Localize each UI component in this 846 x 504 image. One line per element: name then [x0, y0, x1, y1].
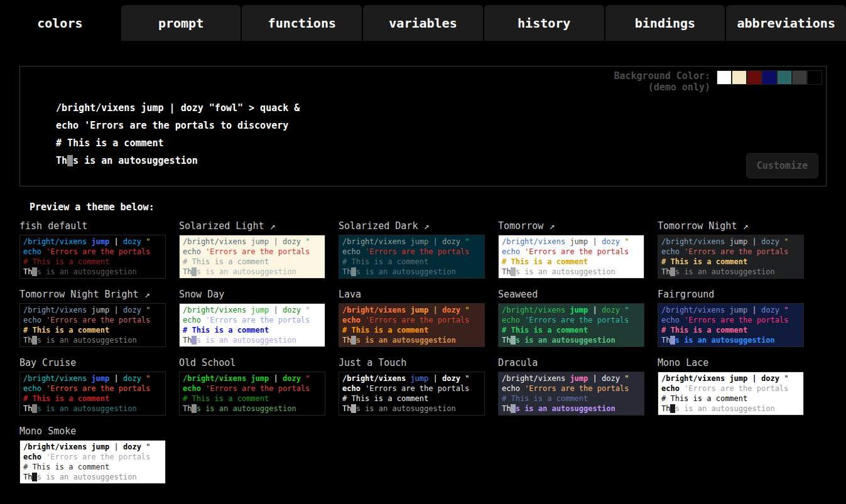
token-comment: # This is a comment: [23, 257, 109, 266]
background-swatch-0[interactable]: [717, 70, 732, 85]
terminal-line: This is an autosuggestion: [342, 335, 481, 345]
theme-preview-old-school[interactable]: /bright/vixens jump | dozy "echo 'Errors…: [179, 372, 325, 416]
theme-preview-solarized-dark[interactable]: /bright/vixens jump | dozy "echo 'Errors…: [339, 235, 485, 279]
background-swatch-1[interactable]: [732, 70, 747, 85]
token-error: 'Errors are the portals: [205, 316, 310, 324]
theme-preview-mono-smoke[interactable]: /bright/vixens jump | dozy "echo 'Errors…: [19, 440, 166, 484]
token-command: dozy: [283, 237, 301, 246]
terminal-line: This is an autosuggestion: [183, 267, 322, 277]
theme-preview-dracula[interactable]: /bright/vixens jump | dozy "echo 'Errors…: [498, 372, 644, 416]
terminal-line: # This is a comment: [342, 394, 481, 404]
theme-title-mono-smoke[interactable]: Mono Smoke: [19, 426, 166, 437]
theme-title-link-tomorrow-night-bright[interactable]: Tomorrow Night Bright ↗: [19, 289, 166, 300]
theme-preview-solarized-light[interactable]: /bright/vixens jump | dozy "echo 'Errors…: [179, 235, 325, 279]
background-swatch-3[interactable]: [762, 70, 777, 85]
theme-card-mono-smoke: Mono Smoke/bright/vixens jump | dozy "ec…: [19, 426, 166, 484]
tab-abbreviations[interactable]: abbreviations: [726, 5, 846, 41]
terminal-line: /bright/vixens jump | dozy ": [23, 373, 162, 383]
token-quote: ": [146, 374, 150, 383]
terminal-line: echo 'Errors are the portals: [23, 247, 162, 257]
theme-title-seaweed[interactable]: Seaweed: [498, 289, 644, 300]
theme-preview-tomorrow-night-bright[interactable]: /bright/vixens jump | dozy "echo 'Errors…: [19, 303, 166, 347]
theme-title-mono-lace[interactable]: Mono Lace: [658, 357, 804, 368]
token-plain: [588, 306, 592, 314]
theme-title-link-solarized-dark[interactable]: Solarized Dark ↗: [339, 220, 485, 232]
theme-title-just-a-touch[interactable]: Just a Touch: [339, 357, 485, 368]
background-swatch-4[interactable]: [777, 70, 792, 85]
theme-preview-bay-cruise[interactable]: /bright/vixens jump | dozy "echo 'Errors…: [19, 372, 166, 416]
token-pipe: |: [752, 237, 757, 246]
terminal-line: # This is a comment: [502, 394, 641, 404]
theme-title-lava[interactable]: Lava: [339, 289, 485, 300]
token-param: jump: [729, 306, 747, 314]
token-autosuggestion: s is an autosuggestion: [675, 336, 775, 345]
theme-preview-just-a-touch[interactable]: /bright/vixens jump | dozy "echo 'Errors…: [339, 372, 485, 416]
token-comment: # This is a comment: [183, 394, 269, 403]
theme-preview-fairground[interactable]: /bright/vixens jump | dozy "echo 'Errors…: [658, 303, 804, 347]
theme-title-fairground[interactable]: Fairground: [658, 289, 804, 300]
token-autosuggestion: s is an autosuggestion: [516, 336, 616, 345]
terminal-line: # This is a comment: [661, 325, 800, 335]
token-pipe: |: [114, 442, 119, 451]
theme-card-seaweed: Seaweed/bright/vixens jump | dozy "echo …: [498, 289, 644, 347]
theme-title-link-tomorrow-night[interactable]: Tomorrow Night ↗: [658, 220, 804, 232]
theme-title-link-solarized-light[interactable]: Solarized Light ↗: [179, 220, 325, 232]
tab-history[interactable]: history: [484, 5, 604, 41]
theme-card-solarized-dark: Solarized Dark ↗/bright/vixens jump | do…: [339, 220, 485, 279]
token-plain: [119, 374, 123, 383]
token-autosuggestion: s is an autosuggestion: [675, 267, 775, 276]
token-command: /bright/vixens: [342, 374, 406, 383]
theme-preview-mono-lace[interactable]: /bright/vixens jump | dozy "echo 'Errors…: [658, 372, 804, 416]
theme-card-dracula: Dracula/bright/vixens jump | dozy "echo …: [498, 357, 644, 416]
token-command: echo: [502, 384, 520, 393]
background-swatch-6[interactable]: [807, 70, 822, 85]
terminal-line: /bright/vixens jump | dozy ": [23, 442, 162, 452]
background-color-label: Background Color:: [614, 70, 710, 82]
theme-title-bay-cruise[interactable]: Bay Cruise: [19, 357, 166, 368]
theme-title-snow-day[interactable]: Snow Day: [179, 289, 325, 300]
token-command: /bright/vixens: [23, 442, 87, 451]
tab-prompt[interactable]: prompt: [121, 5, 241, 41]
theme-title-old-school[interactable]: Old School: [179, 357, 325, 368]
theme-title-fish-default[interactable]: fish default: [19, 220, 166, 232]
theme-preview-tomorrow-night[interactable]: /bright/vixens jump | dozy "echo 'Errors…: [658, 235, 804, 279]
token-plain: [109, 442, 114, 451]
tab-bindings[interactable]: bindings: [605, 5, 725, 41]
background-swatch-2[interactable]: [747, 70, 762, 85]
cursor-block: i: [351, 267, 355, 276]
terminal-line: echo 'Errors are the portals: [342, 315, 481, 325]
theme-preview-seaweed[interactable]: /bright/vixens jump | dozy "echo 'Errors…: [498, 303, 644, 347]
theme-preview-fish-default[interactable]: /bright/vixens jump | dozy "echo 'Errors…: [19, 235, 166, 279]
token-error: 'Errors are the portals: [205, 384, 310, 393]
terminal-line: This is an autosuggestion: [502, 335, 641, 345]
theme-preview-lava[interactable]: /bright/vixens jump | dozy "echo 'Errors…: [339, 303, 485, 347]
terminal-line: echo 'Errors are the portals: [502, 247, 641, 257]
tab-functions[interactable]: functions: [242, 5, 362, 41]
token-command: echo: [661, 316, 680, 324]
token-pipe: |: [593, 374, 597, 383]
theme-preview-snow-day[interactable]: /bright/vixens jump | dozy "echo 'Errors…: [179, 303, 325, 347]
customize-button[interactable]: Customize: [746, 153, 818, 178]
tab-variables[interactable]: variables: [363, 5, 483, 41]
token-command: echo: [183, 247, 201, 256]
theme-title-dracula[interactable]: Dracula: [498, 357, 644, 368]
token-param: jump: [729, 374, 747, 383]
token-plain: [588, 237, 592, 246]
token-quote: ": [784, 306, 788, 314]
token-param: jump: [251, 306, 269, 314]
background-swatch-5[interactable]: [792, 70, 807, 85]
token-normal: /bright/vixens jump | dozy "fowl" > quac…: [56, 102, 300, 114]
terminal-line: This is an autosuggestion: [661, 335, 800, 345]
token-normal: echo 'Errors are the portals to discover…: [56, 120, 288, 131]
token-command: echo: [661, 384, 680, 393]
token-plain: [278, 306, 283, 314]
theme-preview-tomorrow[interactable]: /bright/vixens jump | dozy "echo 'Errors…: [498, 235, 644, 279]
token-error: 'Errors are the portals: [46, 247, 150, 256]
terminal-line: This is an autosuggestion: [342, 404, 481, 414]
theme-title-link-tomorrow[interactable]: Tomorrow ↗: [498, 220, 644, 232]
token-error: 'Errors are the portals: [684, 316, 788, 324]
theme-card-lava: Lava/bright/vixens jump | dozy "echo 'Er…: [339, 289, 485, 347]
tab-colors[interactable]: colors: [0, 5, 120, 41]
token-normal: Th: [502, 267, 511, 276]
cursor-block: i: [192, 267, 196, 276]
